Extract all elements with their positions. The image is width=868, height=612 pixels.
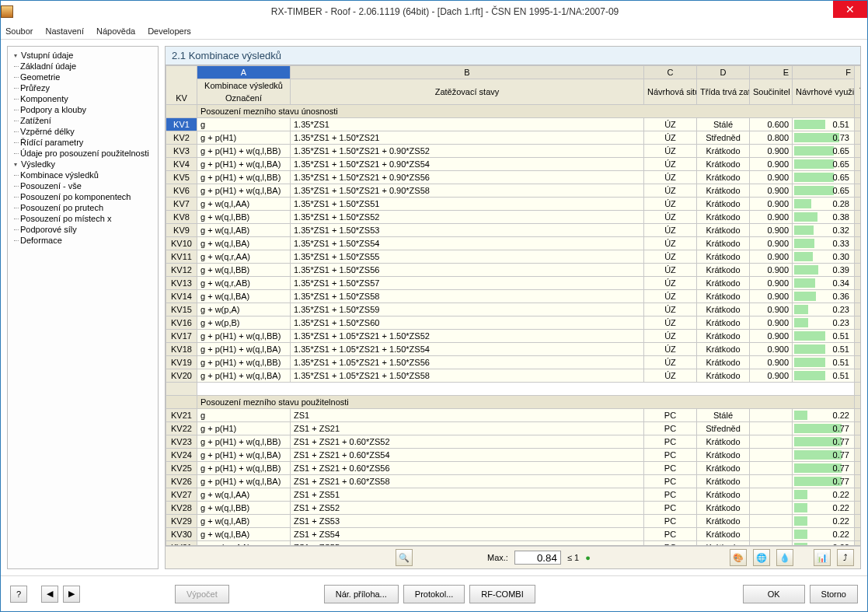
cancel-button[interactable]: Storno: [810, 585, 858, 603]
table-row[interactable]: KV11g + w(q,r,AA)1.35*ZS1 + 1.50*ZS55ÚZK…: [166, 250, 862, 264]
nav-item[interactable]: Základní údaje: [9, 61, 156, 72]
menu-developers[interactable]: Developers: [148, 26, 191, 36]
header-kv[interactable]: KV: [166, 66, 197, 105]
calc-button[interactable]: Výpočet: [175, 585, 229, 603]
nav-item[interactable]: Posouzení po prutech: [9, 202, 156, 213]
export-icon[interactable]: ⤴: [837, 549, 854, 566]
next-button[interactable]: ▶: [63, 586, 80, 603]
protocol-button[interactable]: Protokol...: [403, 585, 465, 603]
nav-tree[interactable]: Vstupní údaje Základní údajeGeometriePrů…: [7, 46, 159, 569]
close-button[interactable]: ✕: [833, 1, 867, 18]
table-row[interactable]: KV27g + w(q,l,AA)ZS1 + ZS51PCKrátkodo0.2…: [166, 488, 862, 502]
menu-settings[interactable]: Nastavení: [45, 26, 84, 36]
rfcombi-button[interactable]: RF-COMBI: [469, 585, 535, 603]
footer: ? ◀ ▶ Výpočet Nár. příloha... Protokol..…: [1, 575, 867, 611]
header-a[interactable]: A: [197, 66, 291, 79]
menubar: Soubor Nastavení Nápověda Developers: [1, 23, 867, 40]
header-f[interactable]: F: [793, 66, 855, 79]
table-row[interactable]: KV2g + p(H1)1.35*ZS1 + 1.50*ZS21ÚZStředn…: [166, 131, 862, 145]
table-row[interactable]: KV7g + w(q,l,AA)1.35*ZS1 + 1.50*ZS51ÚZKr…: [166, 198, 862, 211]
table-row[interactable]: KV18g + p(H1) + w(q,l,BA)1.35*ZS1 + 1.05…: [166, 343, 862, 356]
status-ok-icon: ●: [585, 553, 591, 562]
panel-title: 2.1 Kombinace výsledků: [165, 46, 861, 65]
nav-item[interactable]: Podpory a klouby: [9, 104, 156, 115]
nav-item[interactable]: Kombinace výsledků: [9, 170, 156, 180]
group-row: Posouzení mezního stavu únosnosti: [166, 105, 862, 118]
table-row[interactable]: KV24g + p(H1) + w(q,l,BA)ZS1 + ZS21 + 0.…: [166, 449, 862, 462]
globe-icon[interactable]: 🌐: [753, 549, 770, 566]
table-row[interactable]: KV1g1.35*ZS1ÚZStálé0.6000.51: [166, 118, 862, 131]
table-row[interactable]: KV15g + w(p,A)1.35*ZS1 + 1.50*ZS59ÚZKrát…: [166, 303, 862, 316]
table-row[interactable]: KV17g + p(H1) + w(q,l,BB)1.35*ZS1 + 1.05…: [166, 330, 862, 343]
table-row[interactable]: KV21gZS1PCStálé0.22: [166, 409, 862, 422]
table-row[interactable]: KV30g + w(q,l,BA)ZS1 + ZS54PCKrátkodo0.2…: [166, 528, 862, 541]
nav-group-results[interactable]: Výsledky: [9, 159, 156, 170]
menu-help[interactable]: Nápověda: [96, 26, 135, 36]
table-row[interactable]: KV6g + p(H1) + w(q,l,BA)1.35*ZS1 + 1.50*…: [166, 184, 862, 198]
ok-button[interactable]: OK: [743, 585, 805, 603]
menu-file[interactable]: Soubor: [5, 26, 33, 36]
nav-item[interactable]: Průřezy: [9, 82, 156, 93]
max-limit: ≤ 1: [567, 553, 579, 562]
nav-item[interactable]: Deformace: [9, 235, 156, 246]
app-window: RX-TIMBER - Roof - 2.06.1119 (64bit) - […: [0, 0, 868, 612]
nav-item[interactable]: Komponenty: [9, 93, 156, 104]
nav-item[interactable]: Posouzení po místech x: [9, 213, 156, 224]
nav-item[interactable]: Posouzení - vše: [9, 180, 156, 191]
app-icon: [1, 5, 13, 18]
color-icon[interactable]: 🎨: [730, 549, 747, 566]
header-c[interactable]: C: [644, 66, 697, 79]
nav-item[interactable]: Geometrie: [9, 72, 156, 82]
nav-item[interactable]: Zatížení: [9, 115, 156, 126]
table-row[interactable]: KV28g + w(q,l,BB)ZS1 + ZS52PCKrátkodo0.2…: [166, 502, 862, 515]
titlebar: RX-TIMBER - Roof - 2.06.1119 (64bit) - […: [1, 1, 867, 23]
table-row[interactable]: KV5g + p(H1) + w(q,l,BB)1.35*ZS1 + 1.50*…: [166, 171, 862, 184]
scroll-up[interactable]: ▲: [855, 66, 862, 105]
table-row[interactable]: KV4g + p(H1) + w(q,l,BA)1.35*ZS1 + 1.50*…: [166, 158, 862, 171]
header-d[interactable]: D: [697, 66, 750, 79]
max-label: Max.:: [487, 553, 508, 562]
table-row[interactable]: KV25g + p(H1) + w(q,l,BB)ZS1 + ZS21 + 0.…: [166, 462, 862, 475]
table-toolbar: 🔍 Max.: ≤ 1 ● 🎨 🌐 💧 📊 ⤴: [165, 546, 861, 569]
table-row[interactable]: KV9g + w(q,l,AB)1.35*ZS1 + 1.50*ZS53ÚZKr…: [166, 224, 862, 237]
window-title: RX-TIMBER - Roof - 2.06.1119 (64bit) - […: [23, 6, 867, 17]
table-row[interactable]: KV14g + w(q,l,BA)1.35*ZS1 + 1.50*ZS58ÚZK…: [166, 290, 862, 303]
chart-icon[interactable]: 📊: [814, 549, 831, 566]
nav-item[interactable]: Vzpěrné délky: [9, 126, 156, 137]
header-b[interactable]: B: [291, 66, 644, 79]
table-row[interactable]: KV12g + w(q,l,BB)1.35*ZS1 + 1.50*ZS56ÚZK…: [166, 264, 862, 277]
table-row[interactable]: KV29g + w(q,l,AB)ZS1 + ZS53PCKrátkodo0.2…: [166, 515, 862, 528]
table-row[interactable]: KV23g + p(H1) + w(q,l,BB)ZS1 + ZS21 + 0.…: [166, 435, 862, 449]
results-table[interactable]: KV A B C D E F ▲ Kombinace výsledkůOznač…: [165, 65, 861, 546]
table-row[interactable]: KV26g + p(H1) + w(q,l,BA)ZS1 + ZS21 + 0.…: [166, 475, 862, 488]
header-e[interactable]: E: [750, 66, 793, 79]
table-row[interactable]: KV22g + p(H1)ZS1 + ZS21PCStředněd0.77: [166, 422, 862, 435]
nav-item[interactable]: Posouzení po komponentech: [9, 191, 156, 202]
filter-icon[interactable]: 🔍: [396, 549, 413, 566]
max-value-input[interactable]: [514, 551, 561, 565]
prev-button[interactable]: ◀: [41, 586, 58, 603]
nav-item[interactable]: Podporové síly: [9, 224, 156, 235]
nav-group-input[interactable]: Vstupní údaje: [9, 50, 156, 61]
table-row[interactable]: KV16g + w(p,B)1.35*ZS1 + 1.50*ZS60ÚZKrát…: [166, 316, 862, 330]
drop-icon[interactable]: 💧: [776, 549, 793, 566]
nav-item[interactable]: Řídící parametry: [9, 137, 156, 148]
attachment-button[interactable]: Nár. příloha...: [324, 585, 399, 603]
table-row[interactable]: KV10g + w(q,l,BA)1.35*ZS1 + 1.50*ZS54ÚZK…: [166, 237, 862, 250]
table-row[interactable]: KV13g + w(q,r,AB)1.35*ZS1 + 1.50*ZS57ÚZK…: [166, 277, 862, 290]
help-button[interactable]: ?: [10, 586, 27, 603]
group-row: Posouzení mezního stavu použitelnosti: [166, 396, 862, 409]
table-row[interactable]: KV3g + p(H1) + w(q,l,BB)1.35*ZS1 + 1.50*…: [166, 145, 862, 158]
table-row[interactable]: KV20g + p(H1) + w(q,l,BA)1.35*ZS1 + 1.05…: [166, 369, 862, 383]
nav-item[interactable]: Údaje pro posouzení použitelnosti: [9, 148, 156, 159]
table-row[interactable]: KV19g + p(H1) + w(q,l,BB)1.35*ZS1 + 1.05…: [166, 356, 862, 369]
table-row[interactable]: KV8g + w(q,l,BB)1.35*ZS1 + 1.50*ZS52ÚZKr…: [166, 211, 862, 224]
